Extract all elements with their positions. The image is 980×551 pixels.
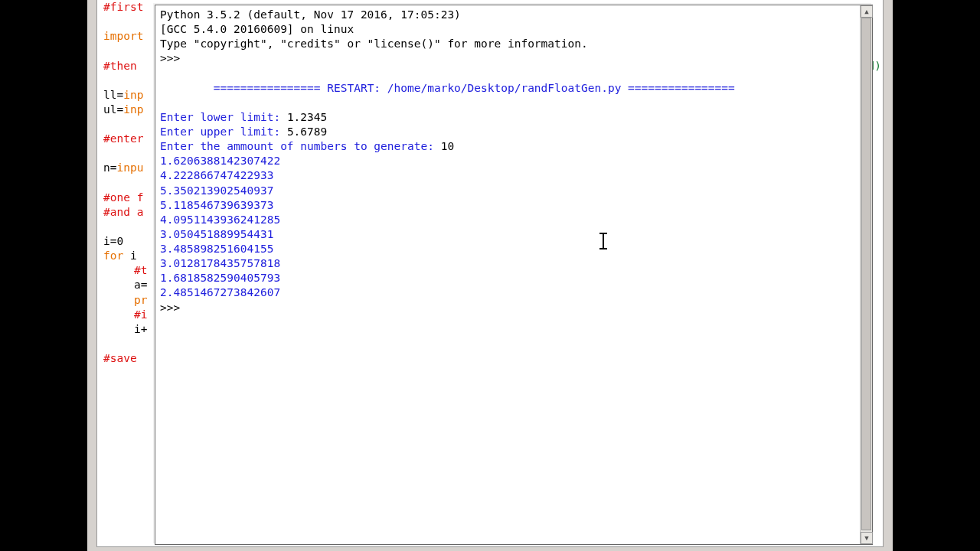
editor-comment: #i [134,308,147,321]
shell-prompt: >>> [160,301,855,315]
editor-keyword: import [103,30,143,42]
scroll-thumb[interactable] [861,18,871,530]
editor-keyword: inpu [116,161,143,174]
shell-input-prompt: Enter lower limit: [160,111,287,123]
shell-output: 1.6818582590405793 [160,271,855,285]
shell-restart-deco: ================ [214,82,327,94]
shell-banner: Type "copyright", "credits" or "license(… [160,37,855,51]
editor-var: ll= [103,89,123,101]
editor-comment: #one f [103,191,143,204]
desktop-area: #first import #then fined) ll=inp ul=inp… [87,0,893,551]
editor-var: ul= [103,103,123,116]
shell-input-prompt: Enter the ammount of numbers to generate… [160,140,441,152]
shell-restart-label: RESTART: /home/marko/Desktop/randFloatGe… [327,82,628,94]
vertical-scrollbar[interactable]: ▲ ▼ [860,5,872,544]
editor-var: a= [134,279,147,291]
editor-keyword: for [103,249,130,262]
shell-restart-deco: ================ [628,82,735,94]
shell-output: 4.222866747422933 [160,168,855,183]
shell-user-input: 1.2345 [287,111,327,123]
editor-comment: #save [103,352,137,364]
editor-keyword: inp [123,89,143,101]
editor-comment: #t [134,264,147,276]
shell-output: 5.118546739639373 [160,198,855,213]
editor-var: n= [103,161,116,174]
python-shell-window[interactable]: Python 3.5.2 (default, Nov 17 2016, 17:0… [155,5,873,545]
shell-user-input: 5.6789 [287,126,327,138]
shell-input-prompt: Enter upper limit: [160,126,287,138]
shell-content-area[interactable]: Python 3.5.2 (default, Nov 17 2016, 17:0… [155,5,860,544]
shell-banner: Python 3.5.2 (default, Nov 17 2016, 17:0… [160,8,855,22]
editor-var: i+ [134,323,147,335]
editor-keyword: inp [123,103,143,116]
shell-output: 1.6206388142307422 [160,154,855,168]
shell-banner: [GCC 5.4.0 20160609] on linux [160,22,855,37]
editor-comment: #enter [103,132,143,145]
shell-output: 3.0128178435757818 [160,256,855,271]
shell-user-input: 10 [441,140,454,152]
scroll-up-button[interactable]: ▲ [861,5,873,18]
shell-output: 3.485898251604155 [160,242,855,256]
editor-var: i=0 [103,235,123,247]
editor-comment: #and a [103,206,143,218]
scroll-down-button[interactable]: ▼ [861,532,873,544]
shell-output: 4.0951143936241285 [160,213,855,227]
shell-output: 5.350213902540937 [160,184,855,198]
editor-keyword: pr [134,294,147,306]
editor-var: i [130,249,143,262]
shell-output: 3.050451889954431 [160,227,855,242]
shell-output: 2.4851467273842607 [160,285,855,300]
editor-comment: #then [103,59,143,73]
shell-prompt: >>> [160,51,855,66]
editor-comment: #first [103,1,143,13]
